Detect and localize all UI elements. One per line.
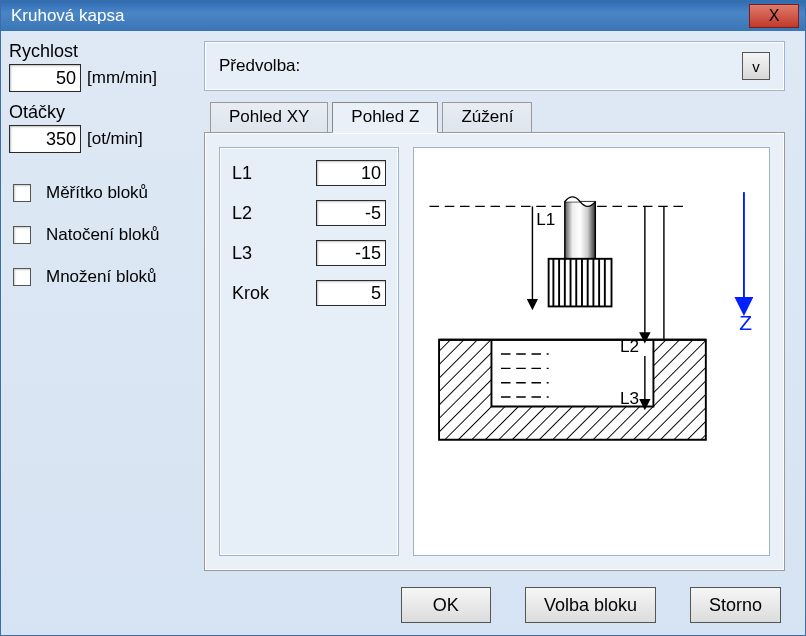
right-area: Předvolba: v Pohled XY Pohled Z Zúžení L… <box>196 31 805 636</box>
diagram-box: L1 L2 L3 Z <box>413 147 770 556</box>
krok-input[interactable] <box>316 280 386 306</box>
l1-input[interactable] <box>316 160 386 186</box>
rychlost-label: Rychlost <box>9 41 188 62</box>
diagram-z-label: Z <box>739 311 752 334</box>
otacky-input[interactable] <box>9 125 81 153</box>
rychlost-unit: [mm/min] <box>87 68 157 88</box>
diagram-svg: L1 L2 L3 Z <box>420 154 763 478</box>
preset-label: Předvolba: <box>219 56 300 76</box>
button-bar: OK Volba bloku Storno <box>204 571 785 623</box>
l2-label: L2 <box>232 203 252 224</box>
meritko-label: Měřítko bloků <box>46 183 148 203</box>
natoceni-label: Natočení bloků <box>46 225 159 245</box>
meritko-checkbox[interactable] <box>13 184 31 202</box>
tabstrip: Pohled XY Pohled Z Zúžení <box>204 101 785 132</box>
krok-label: Krok <box>232 283 269 304</box>
preset-box: Předvolba: v <box>204 41 785 91</box>
titlebar: Kruhová kapsa X <box>1 1 805 31</box>
tab-body: L1 L2 L3 Krok <box>204 132 785 571</box>
svg-rect-8 <box>549 259 612 307</box>
preset-dropdown-button[interactable]: v <box>742 52 770 80</box>
tab-zuzeni[interactable]: Zúžení <box>442 102 532 133</box>
content: Rychlost [mm/min] Otáčky [ot/min] Měřítk… <box>1 31 805 636</box>
volba-bloku-button[interactable]: Volba bloku <box>525 587 656 623</box>
mnozeni-label: Množení bloků <box>46 267 157 287</box>
meritko-checkbox-row[interactable]: Měřítko bloků <box>9 181 188 205</box>
window: Kruhová kapsa X Rychlost [mm/min] Otáčky… <box>0 0 806 636</box>
tab-pohled-xy[interactable]: Pohled XY <box>210 102 328 133</box>
params-panel: L1 L2 L3 Krok <box>219 147 399 556</box>
l1-label: L1 <box>232 163 252 184</box>
left-panel: Rychlost [mm/min] Otáčky [ot/min] Měřítk… <box>1 31 196 636</box>
natoceni-checkbox-row[interactable]: Natočení bloků <box>9 223 188 247</box>
diagram-l3-label: L3 <box>620 388 639 408</box>
natoceni-checkbox[interactable] <box>13 226 31 244</box>
l3-input[interactable] <box>316 240 386 266</box>
mnozeni-checkbox[interactable] <box>13 268 31 286</box>
l2-input[interactable] <box>316 200 386 226</box>
l3-label: L3 <box>232 243 252 264</box>
close-button[interactable]: X <box>749 4 799 28</box>
window-title: Kruhová kapsa <box>11 6 124 26</box>
mnozeni-checkbox-row[interactable]: Množení bloků <box>9 265 188 289</box>
otacky-unit: [ot/min] <box>87 129 143 149</box>
diagram-l1-label: L1 <box>536 209 555 229</box>
storno-button[interactable]: Storno <box>690 587 781 623</box>
rychlost-input[interactable] <box>9 64 81 92</box>
close-icon: X <box>769 7 780 25</box>
otacky-label: Otáčky <box>9 102 188 123</box>
tab-pohled-z[interactable]: Pohled Z <box>332 102 438 133</box>
ok-button[interactable]: OK <box>401 587 491 623</box>
diagram-l2-label: L2 <box>620 336 639 356</box>
svg-rect-7 <box>565 202 595 259</box>
